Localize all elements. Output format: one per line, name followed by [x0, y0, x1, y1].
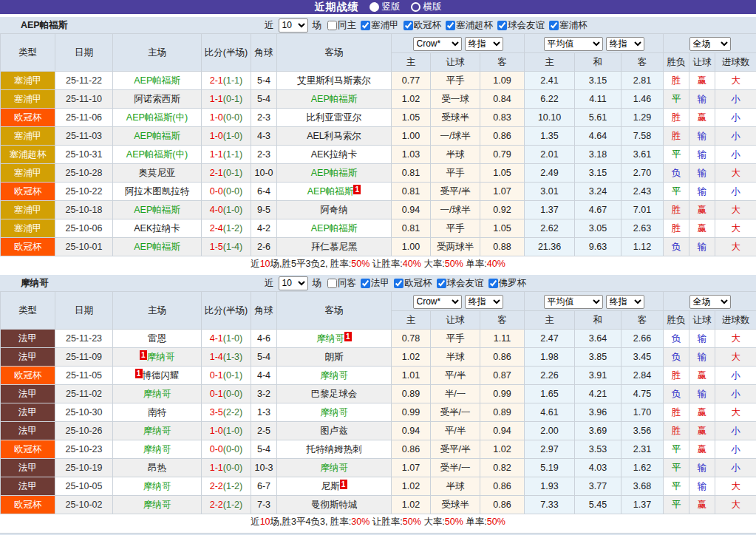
avg-home: 1.93: [525, 477, 575, 496]
result-outcome: 胜: [664, 72, 689, 90]
odds-source-group: Crow*终指: [392, 292, 525, 311]
league-filter[interactable]: 欧冠杯: [394, 277, 432, 290]
same-venue-filter[interactable]: 同客: [327, 277, 356, 290]
avg-home: 1.35: [525, 127, 575, 146]
halftime-score: (1-1): [223, 75, 242, 86]
avg-stage-select[interactable]: 终指: [606, 295, 644, 309]
odds-handicap: 平手: [431, 219, 480, 238]
column-header: 日期: [55, 34, 113, 72]
odds-away: 0.94: [480, 422, 525, 440]
result-outcome: 平: [664, 496, 689, 514]
league-checkbox[interactable]: [361, 21, 370, 30]
league-filter[interactable]: 法甲: [361, 277, 389, 290]
sub-column-header: 主: [525, 53, 575, 72]
league-checkbox[interactable]: [394, 279, 403, 288]
odds-handicap: 受两球半: [431, 238, 480, 256]
fulltime-score: 4-1: [210, 333, 223, 344]
results-table: 类型日期主场比分(半场)角球客场Crow*终指平均值终指全场主让球客主和客胜负让…: [0, 291, 756, 514]
result-goals: 小: [715, 146, 756, 164]
away-team-name: AEP帕福斯: [311, 223, 358, 234]
scope-select[interactable]: 全场: [689, 37, 731, 51]
league-checkbox[interactable]: [437, 279, 446, 288]
result-handicap: 输: [689, 183, 715, 201]
result-outcome: 负: [664, 330, 689, 348]
sub-column-header: 胜负: [664, 53, 689, 72]
result-outcome: 胜: [664, 201, 689, 219]
halftime-score: (1-0): [223, 333, 242, 344]
away-team-cell: 摩纳哥: [277, 367, 392, 385]
corner-count: 4-4: [251, 367, 277, 385]
scope-select[interactable]: 全场: [689, 295, 731, 309]
league-filter[interactable]: 塞浦杯: [549, 19, 588, 32]
avg-away: 2.43: [622, 183, 664, 201]
bookmaker-select[interactable]: Crow*: [413, 295, 462, 309]
result-handicap: 输: [689, 330, 715, 348]
result-handicap: 输: [689, 127, 715, 146]
result-handicap: 输: [689, 459, 715, 477]
league-filter[interactable]: 塞浦甲: [361, 19, 399, 32]
result-goals: 大: [715, 403, 756, 422]
result-handicap: 输: [689, 385, 715, 403]
layout-radio-horizontal[interactable]: 横版: [411, 1, 442, 13]
match-row: 塞浦甲25-10-18AEP帕福斯4-0(1-0)9-5阿奇纳0.94一/球半0…: [1, 201, 756, 219]
away-team-name: 曼彻斯特城: [311, 500, 358, 510]
fulltime-score: 1-0: [210, 112, 223, 123]
away-team-name: 摩纳哥: [320, 370, 348, 381]
same-venue-checkbox[interactable]: [327, 21, 337, 30]
results-table: 类型日期主场比分(半场)角球客场Crow*终指平均值终指全场主让球客主和客胜负让…: [0, 33, 756, 256]
result-handicap: 赢: [689, 403, 715, 422]
column-header: 主场: [113, 34, 202, 72]
same-venue-filter[interactable]: 同主: [327, 19, 356, 32]
away-team-name: 图卢兹: [320, 426, 348, 436]
avg-draw: 3.85: [575, 348, 622, 367]
league-checkbox[interactable]: [549, 21, 559, 30]
recent-count-select[interactable]: 10: [279, 18, 308, 33]
halftime-score: (1-3): [223, 352, 242, 362]
halftime-score: (1-0): [223, 205, 242, 215]
away-team-cell: 图卢兹: [277, 422, 392, 440]
team-filter-bar: AEP帕福斯近10场同主塞浦甲欧冠杯塞浦超杯球会友谊塞浦杯: [0, 17, 756, 33]
home-team-name: 摩纳哥: [147, 352, 175, 362]
league-filter[interactable]: 欧冠杯: [403, 19, 442, 32]
home-team-cell: 1摩纳哥: [113, 348, 202, 367]
league-label: 球会友谊: [508, 19, 545, 32]
match-score: 0-1(0-0): [202, 385, 251, 403]
league-filter[interactable]: 塞浦超杯: [446, 19, 493, 32]
avg-home: 2.62: [525, 219, 575, 238]
league-filter[interactable]: 佛罗杯: [488, 277, 527, 290]
avg-home: 2.26: [525, 367, 575, 385]
league-filter[interactable]: 球会友谊: [497, 19, 545, 32]
away-team-cell: 尼斯1: [277, 477, 392, 496]
league-checkbox[interactable]: [361, 279, 370, 288]
odds-away: 0.86: [480, 496, 525, 514]
bookmaker-select[interactable]: Crow*: [413, 37, 462, 51]
league-filter[interactable]: 球会友谊: [437, 277, 484, 290]
away-team-cell: 拜仁慕尼黑: [277, 238, 392, 256]
result-goals: 大: [715, 164, 756, 183]
avg-away: 1.37: [622, 496, 664, 514]
match-score: 2-1(1-1): [202, 72, 251, 90]
avg-away: 1.12: [622, 238, 664, 256]
corner-count: 1-3: [251, 403, 277, 422]
league-checkbox[interactable]: [446, 21, 455, 30]
away-team-cell: AEP帕福斯: [277, 90, 392, 109]
league-checkbox[interactable]: [497, 21, 507, 30]
avg-stage-select[interactable]: 终指: [606, 37, 644, 51]
team-name: 摩纳哥: [0, 277, 263, 290]
same-venue-checkbox[interactable]: [327, 279, 337, 288]
league-checkbox[interactable]: [403, 21, 413, 30]
summary-segment: 50%: [445, 259, 463, 269]
result-goals: 大: [715, 330, 756, 348]
summary-segment: 场,胜5平3负2, 胜率:: [270, 259, 352, 269]
result-handicap: 赢: [689, 201, 715, 219]
odds-away: 0.92: [480, 201, 525, 219]
layout-radio-vertical[interactable]: 竖版: [370, 1, 401, 13]
odds-stage-select[interactable]: 终指: [465, 295, 503, 309]
average-select[interactable]: 平均值: [544, 295, 603, 309]
odds-away: 0.84: [480, 90, 525, 109]
average-select[interactable]: 平均值: [544, 37, 603, 51]
recent-count-select[interactable]: 10: [279, 276, 308, 290]
league-checkbox[interactable]: [488, 279, 498, 288]
odds-stage-select[interactable]: 终指: [465, 37, 503, 51]
avg-home: 6.22: [525, 90, 575, 109]
